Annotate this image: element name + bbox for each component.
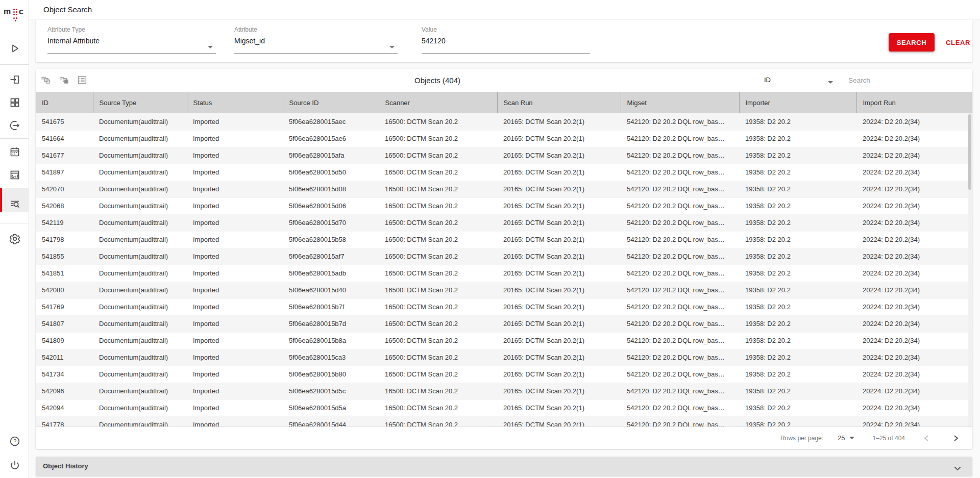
play-icon[interactable]: [0, 38, 29, 59]
table-row[interactable]: 541809Documentum(audittrail)Imported5f06…: [36, 332, 972, 349]
cell-status: Imported: [187, 197, 283, 214]
previous-page-button[interactable]: [918, 430, 935, 446]
cell-status: Imported: [187, 315, 283, 332]
table-row[interactable]: 541675Documentum(audittrail)Imported5f06…: [36, 113, 972, 130]
calendar-icon[interactable]: [0, 142, 29, 162]
attribute-value: Migset_id: [234, 37, 265, 45]
table-row[interactable]: 541769Documentum(audittrail)Imported5f06…: [36, 298, 972, 315]
copy-list-filled-icon[interactable]: [58, 74, 69, 86]
rows-per-page-select[interactable]: 25: [838, 434, 854, 442]
cell-scan-run: 20165: DCTM Scan 20.2(1): [497, 366, 621, 383]
cell-importer: 19358: D2 20.2: [739, 113, 856, 130]
col-header-scanner[interactable]: Scanner: [379, 92, 497, 113]
table-row[interactable]: 542068Documentum(audittrail)Imported5f06…: [36, 197, 972, 214]
copy-list-icon[interactable]: [40, 74, 51, 86]
cell-importer: 19358: D2 20.2: [739, 164, 856, 181]
table-row[interactable]: 541798Documentum(audittrail)Imported5f06…: [36, 231, 972, 248]
cell-migset: 542120: D2 20.2 DQL row_bas…: [621, 231, 739, 248]
table-row[interactable]: 541778Documentum(audittrail)Imported5f06…: [36, 416, 972, 426]
col-header-id[interactable]: ID: [36, 92, 93, 113]
cell-source-type: Documentum(audittrail): [93, 282, 187, 298]
value-label: Value: [422, 26, 590, 33]
help-icon[interactable]: ?: [0, 431, 29, 451]
table-row[interactable]: 541851Documentum(audittrail)Imported5f06…: [36, 265, 972, 282]
col-header-import-run[interactable]: Import Run: [856, 92, 972, 113]
power-icon[interactable]: [0, 455, 29, 475]
table-row[interactable]: 541664Documentum(audittrail)Imported5f06…: [36, 130, 972, 147]
sidebar-item-object-search[interactable]: [0, 188, 29, 212]
col-header-scan-run[interactable]: Scan Run: [497, 92, 621, 113]
cell-importer: 19358: D2 20.2: [739, 298, 856, 315]
cell-import-run: 20224: D2 20.2(34): [856, 366, 972, 383]
attribute-type-select[interactable]: Attribute Type Internal Attribute: [47, 26, 216, 54]
cell-source-id: 5f06ea6280015d50: [283, 164, 379, 181]
value-field[interactable]: Value 542120: [422, 26, 590, 54]
table-row[interactable]: 541677Documentum(audittrail)Imported5f06…: [36, 147, 972, 164]
cell-import-run: 20224: D2 20.2(34): [856, 231, 972, 248]
cell-source-type: Documentum(audittrail): [93, 181, 187, 197]
table-scrollbar[interactable]: [968, 113, 972, 426]
cell-source-id: 5f06ea6280015ae6: [283, 130, 379, 147]
cell-import-run: 20224: D2 20.2(34): [856, 265, 972, 282]
cell-importer: 19358: D2 20.2: [739, 332, 856, 349]
scrollbar-thumb[interactable]: [968, 114, 971, 190]
object-history-panel[interactable]: Object History: [36, 457, 972, 476]
table-row[interactable]: 542096Documentum(audittrail)Imported5f06…: [36, 383, 972, 399]
attribute-select[interactable]: Attribute Migset_id: [234, 26, 398, 54]
table-row[interactable]: 541855Documentum(audittrail)Imported5f06…: [36, 248, 972, 265]
filter-column-select[interactable]: ID: [763, 73, 836, 88]
cell-source-type: Documentum(audittrail): [93, 265, 187, 282]
list-view-icon[interactable]: [77, 74, 88, 86]
dashboard-icon[interactable]: [0, 165, 29, 185]
col-header-source-type[interactable]: Source Type: [93, 92, 187, 113]
cell-status: Imported: [187, 248, 283, 265]
export-icon[interactable]: [0, 115, 29, 136]
cell-migset: 542120: D2 20.2 DQL row_bas…: [621, 332, 739, 349]
table-search-input[interactable]: [848, 73, 971, 88]
objects-count-title: Objects (404): [414, 69, 460, 92]
cell-migset: 542120: D2 20.2 DQL row_bas…: [621, 130, 739, 147]
cell-migset: 542120: D2 20.2 DQL row_bas…: [621, 349, 739, 366]
table-row[interactable]: 541807Documentum(audittrail)Imported5f06…: [36, 315, 972, 332]
col-header-source-id[interactable]: Source ID: [283, 92, 379, 113]
value-input[interactable]: 542120: [422, 37, 446, 45]
attribute-type-value: Internal Attribute: [47, 37, 100, 45]
cell-id: 542119: [36, 214, 93, 231]
import-icon[interactable]: [0, 69, 29, 90]
rows-per-page-value: 25: [838, 434, 845, 442]
col-header-status[interactable]: Status: [187, 92, 283, 113]
cell-importer: 19358: D2 20.2: [739, 383, 856, 399]
expand-chevron-icon[interactable]: [954, 464, 961, 473]
cell-scan-run: 20165: DCTM Scan 20.2(1): [497, 332, 621, 349]
table-row[interactable]: 542119Documentum(audittrail)Imported5f06…: [36, 214, 972, 231]
cell-id: 542070: [36, 181, 93, 197]
col-header-migset[interactable]: Migset: [621, 92, 739, 113]
cell-status: Imported: [187, 282, 283, 298]
table-row[interactable]: 542070Documentum(audittrail)Imported5f06…: [36, 181, 972, 197]
cell-source-id: 5f06ea6280015adb: [283, 265, 379, 282]
table-row[interactable]: 541897Documentum(audittrail)Imported5f06…: [36, 164, 972, 181]
logo-letter-m: m: [4, 7, 11, 16]
cell-source-type: Documentum(audittrail): [93, 164, 187, 181]
cell-migset: 542120: D2 20.2 DQL row_bas…: [621, 399, 739, 416]
table-row[interactable]: 542080Documentum(audittrail)Imported5f06…: [36, 282, 972, 298]
table-row[interactable]: 542011Documentum(audittrail)Imported5f06…: [36, 349, 972, 366]
cell-source-id: 5f06ea6280015af7: [283, 248, 379, 265]
table-row[interactable]: 541734Documentum(audittrail)Imported5f06…: [36, 366, 972, 383]
next-page-button[interactable]: [948, 430, 964, 446]
table-row[interactable]: 542094Documentum(audittrail)Imported5f06…: [36, 399, 972, 416]
cell-import-run: 20224: D2 20.2(34): [856, 197, 972, 214]
cell-migset: 542120: D2 20.2 DQL row_bas…: [621, 197, 739, 214]
cell-migset: 542120: D2 20.2 DQL row_bas…: [621, 416, 739, 426]
grid-icon[interactable]: [0, 92, 29, 113]
cell-id: 542080: [36, 282, 93, 298]
cell-status: Imported: [187, 130, 283, 147]
clear-button[interactable]: CLEAR: [940, 33, 976, 52]
settings-icon[interactable]: [0, 229, 29, 249]
cell-scanner: 16500: DCTM Scan 20.2: [379, 265, 497, 282]
col-header-importer[interactable]: Importer: [739, 92, 856, 113]
search-button[interactable]: SEARCH: [889, 33, 935, 52]
cell-source-type: Documentum(audittrail): [93, 248, 187, 265]
cell-migset: 542120: D2 20.2 DQL row_bas…: [621, 282, 739, 298]
objects-table-body: 541675Documentum(audittrail)Imported5f06…: [36, 113, 972, 426]
